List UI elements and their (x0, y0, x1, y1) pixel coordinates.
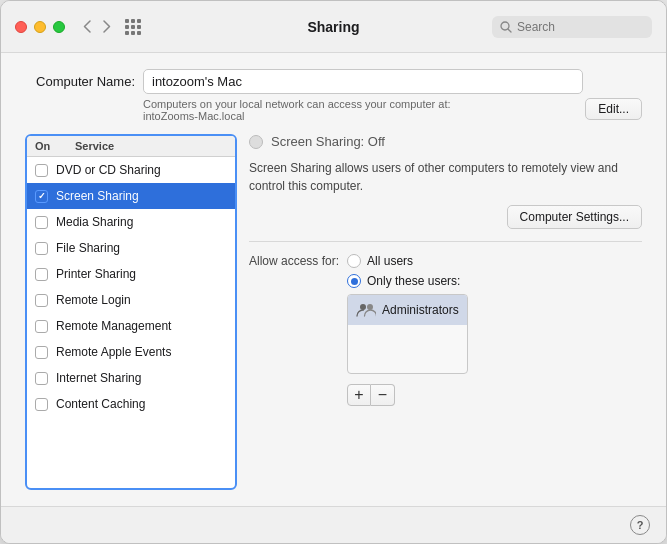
subnet-row: Computers on your local network can acce… (25, 98, 642, 122)
traffic-lights (15, 21, 65, 33)
service-item-media[interactable]: Media Sharing (27, 209, 235, 235)
service-item-dvd[interactable]: DVD or CD Sharing (27, 157, 235, 183)
checkbox-printer[interactable] (35, 268, 48, 281)
computer-name-row: Computer Name: (25, 69, 642, 94)
service-item-content[interactable]: Content Caching (27, 391, 235, 417)
subnet-text: Computers on your local network can acce… (143, 98, 569, 122)
user-name-administrators: Administrators (382, 303, 459, 317)
service-name-remote-mgmt: Remote Management (56, 319, 171, 333)
radio-only-label: Only these users: (367, 274, 460, 288)
forward-button[interactable] (99, 18, 115, 35)
back-button[interactable] (79, 18, 95, 35)
sharing-status: Screen Sharing: Off (249, 134, 642, 149)
checkbox-screen[interactable] (35, 190, 48, 203)
svg-point-2 (360, 304, 366, 310)
close-button[interactable] (15, 21, 27, 33)
titlebar: Sharing (1, 1, 666, 53)
radio-all-users[interactable]: All users (347, 254, 468, 268)
svg-line-1 (508, 29, 511, 32)
user-avatar-icon (356, 300, 376, 320)
status-radio[interactable] (249, 135, 263, 149)
window: Sharing Computer Name: Computers on your… (0, 0, 667, 544)
access-row: Allow access for: All users Only these u… (249, 254, 642, 406)
service-name-file: File Sharing (56, 241, 120, 255)
service-item-remote-login[interactable]: Remote Login (27, 287, 235, 313)
checkbox-media[interactable] (35, 216, 48, 229)
service-item-printer[interactable]: Printer Sharing (27, 261, 235, 287)
service-name-content: Content Caching (56, 397, 145, 411)
nav-buttons (79, 18, 115, 35)
col-on-header: On (35, 140, 63, 152)
computer-name-label: Computer Name: (25, 74, 135, 89)
search-box[interactable] (492, 16, 652, 38)
maximize-button[interactable] (53, 21, 65, 33)
service-name-screen: Screen Sharing (56, 189, 139, 203)
service-name-remote-events: Remote Apple Events (56, 345, 171, 359)
checkbox-file[interactable] (35, 242, 48, 255)
content: Computer Name: Computers on your local n… (1, 53, 666, 506)
edit-button[interactable]: Edit... (585, 98, 642, 120)
remove-user-button[interactable]: − (371, 384, 395, 406)
computer-name-section: Computer Name: Computers on your local n… (25, 69, 642, 122)
search-icon (500, 21, 512, 33)
service-item-remote-events[interactable]: Remote Apple Events (27, 339, 235, 365)
users-list[interactable]: Administrators (347, 294, 468, 374)
radio-all-label: All users (367, 254, 413, 268)
add-user-button[interactable]: + (347, 384, 371, 406)
checkbox-dvd[interactable] (35, 164, 48, 177)
service-name-printer: Printer Sharing (56, 267, 136, 281)
service-list-header: On Service (27, 136, 235, 157)
help-button[interactable]: ? (630, 515, 650, 535)
service-name-internet: Internet Sharing (56, 371, 141, 385)
radio-all-icon[interactable] (347, 254, 361, 268)
col-service-header: Service (75, 140, 114, 152)
window-title: Sharing (307, 19, 359, 35)
service-item-internet[interactable]: Internet Sharing (27, 365, 235, 391)
service-item-file[interactable]: File Sharing (27, 235, 235, 261)
radio-only-users[interactable]: Only these users: (347, 274, 468, 288)
checkbox-remote-mgmt[interactable] (35, 320, 48, 333)
computer-name-input[interactable] (143, 69, 583, 94)
checkbox-remote-events[interactable] (35, 346, 48, 359)
list-controls: + − (347, 384, 468, 406)
service-item-remote-mgmt[interactable]: Remote Management (27, 313, 235, 339)
service-name-media: Media Sharing (56, 215, 133, 229)
radio-only-icon[interactable] (347, 274, 361, 288)
minimize-button[interactable] (34, 21, 46, 33)
service-name-remote-login: Remote Login (56, 293, 131, 307)
divider (249, 241, 642, 242)
status-label: Screen Sharing: Off (271, 134, 385, 149)
access-section: Allow access for: All users Only these u… (249, 254, 642, 406)
service-list: On Service DVD or CD Sharing Screen Shar… (25, 134, 237, 490)
main-panel: On Service DVD or CD Sharing Screen Shar… (25, 134, 642, 490)
svg-point-3 (367, 304, 373, 310)
sharing-description: Screen Sharing allows users of other com… (249, 159, 629, 195)
access-options: All users Only these users: (347, 254, 468, 406)
checkbox-internet[interactable] (35, 372, 48, 385)
right-panel: Screen Sharing: Off Screen Sharing allow… (249, 134, 642, 490)
user-item-administrators[interactable]: Administrators (348, 295, 467, 325)
allow-access-label: Allow access for: (249, 254, 339, 268)
grid-icon[interactable] (125, 19, 141, 35)
checkbox-content[interactable] (35, 398, 48, 411)
settings-row: Computer Settings... (249, 203, 642, 229)
service-name-dvd: DVD or CD Sharing (56, 163, 161, 177)
search-input[interactable] (517, 20, 644, 34)
computer-settings-button[interactable]: Computer Settings... (507, 205, 642, 229)
service-items: DVD or CD Sharing Screen Sharing Media S… (27, 157, 235, 488)
bottom-bar: ? (1, 506, 666, 543)
service-item-screen[interactable]: Screen Sharing (27, 183, 235, 209)
checkbox-remote-login[interactable] (35, 294, 48, 307)
